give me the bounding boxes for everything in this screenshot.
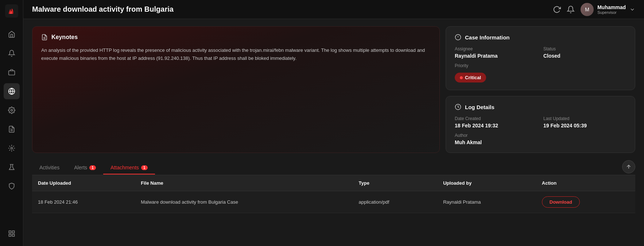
sidebar-item-grid[interactable] bbox=[4, 226, 20, 242]
upload-button[interactable] bbox=[622, 160, 635, 173]
tab-activities[interactable]: Activities bbox=[32, 161, 67, 174]
log-details-grid: Date Created 18 Feb 2024 19:32 Last Upda… bbox=[455, 116, 626, 128]
attachments-table: Date Uploaded File Name Type Uploaded by… bbox=[32, 175, 635, 213]
last-updated-value: 19 Feb 2024 05:39 bbox=[543, 123, 626, 128]
user-details: Muhammad Supervisor bbox=[597, 4, 626, 15]
attachments-table-container: Date Uploaded File Name Type Uploaded by… bbox=[32, 175, 635, 213]
priority-label: Priority bbox=[455, 63, 626, 68]
keynotes-title: Keynotes bbox=[51, 34, 78, 41]
sidebar-item-threat[interactable] bbox=[4, 178, 20, 194]
cell-uploaded-by: Raynaldi Pratama bbox=[437, 191, 536, 213]
last-updated-label: Last Updated bbox=[543, 116, 626, 121]
user-role: Supervisor bbox=[597, 10, 626, 15]
sidebar bbox=[0, 0, 23, 246]
status-label: Status bbox=[543, 46, 626, 51]
col-file-name: File Name bbox=[135, 175, 353, 191]
sidebar-item-document[interactable] bbox=[4, 121, 20, 137]
sidebar-item-notifications[interactable] bbox=[4, 45, 20, 61]
case-info-header: Case Information bbox=[455, 34, 626, 41]
keynotes-header: Keynotes bbox=[41, 34, 431, 41]
main-content: Malware download activity from Bulgaria … bbox=[23, 0, 644, 246]
chevron-down-icon bbox=[629, 7, 635, 12]
sidebar-item-settings[interactable] bbox=[4, 102, 20, 118]
priority-dot bbox=[460, 76, 463, 79]
assignee-value: Raynaldi Pratama bbox=[455, 53, 538, 59]
sidebar-item-briefcase[interactable] bbox=[4, 64, 20, 80]
col-uploaded-by: Uploaded by bbox=[437, 175, 536, 191]
last-updated-field: Last Updated 19 Feb 2024 05:39 bbox=[543, 116, 626, 128]
keynotes-text: An analysis of the provided HTTP log rev… bbox=[41, 46, 431, 62]
sidebar-item-home[interactable] bbox=[4, 26, 20, 42]
page-title: Malware download activity from Bulgaria bbox=[32, 5, 174, 14]
cell-action: Download bbox=[536, 191, 635, 213]
tabs-nav: Activities Alerts 1 Attachments 1 bbox=[32, 160, 635, 175]
priority-value: Critical bbox=[465, 75, 481, 80]
case-information-card: Case Information Assignee Raynaldi Prata… bbox=[446, 26, 635, 90]
keynotes-icon bbox=[41, 34, 48, 41]
col-type: Type bbox=[353, 175, 437, 191]
sidebar-item-gear[interactable] bbox=[4, 140, 20, 156]
alerts-badge: 1 bbox=[89, 165, 96, 170]
sidebar-bottom bbox=[4, 226, 20, 242]
table-header-row: Date Uploaded File Name Type Uploaded by… bbox=[32, 175, 635, 191]
assignee-field: Assignee Raynaldi Pratama bbox=[455, 46, 538, 59]
log-details-title: Log Details bbox=[465, 104, 494, 110]
author-label: Author bbox=[455, 133, 626, 138]
svg-point-8 bbox=[11, 147, 12, 149]
avatar: M bbox=[581, 3, 594, 16]
right-column: Case Information Assignee Raynaldi Prata… bbox=[446, 26, 635, 153]
cell-date-uploaded: 18 Feb 2024 21:46 bbox=[32, 191, 135, 213]
svg-rect-10 bbox=[12, 231, 14, 233]
topbar: Malware download activity from Bulgaria … bbox=[23, 0, 644, 19]
refresh-icon[interactable] bbox=[553, 5, 561, 14]
sidebar-item-globe[interactable] bbox=[4, 83, 20, 99]
priority-badge: Critical bbox=[455, 73, 486, 82]
col-date-uploaded: Date Uploaded bbox=[32, 175, 135, 191]
author-value: Muh Akmal bbox=[455, 139, 626, 145]
user-info[interactable]: M Muhammad Supervisor bbox=[581, 3, 635, 16]
top-section: Keynotes An analysis of the provided HTT… bbox=[32, 26, 635, 153]
content-area: Keynotes An analysis of the provided HTT… bbox=[23, 19, 644, 246]
tab-attachments[interactable]: Attachments 1 bbox=[103, 161, 155, 174]
cell-file-name: Malware download activity from Bulgaria … bbox=[135, 191, 353, 213]
attachments-badge: 1 bbox=[141, 165, 148, 170]
case-info-icon bbox=[455, 34, 461, 41]
case-info-grid: Assignee Raynaldi Pratama Status Closed bbox=[455, 46, 626, 59]
svg-rect-11 bbox=[9, 234, 11, 237]
svg-rect-1 bbox=[8, 71, 15, 75]
col-action: Action bbox=[536, 175, 635, 191]
date-created-field: Date Created 18 Feb 2024 19:32 bbox=[455, 116, 538, 128]
tabs-section: Activities Alerts 1 Attachments 1 bbox=[32, 160, 635, 213]
keynotes-card: Keynotes An analysis of the provided HTT… bbox=[32, 26, 440, 153]
cell-type: application/pdf bbox=[353, 191, 437, 213]
topbar-right: M Muhammad Supervisor bbox=[553, 3, 635, 16]
date-created-label: Date Created bbox=[455, 116, 538, 121]
svg-rect-12 bbox=[12, 234, 14, 237]
status-field: Status Closed bbox=[543, 46, 626, 59]
log-details-header: Log Details bbox=[455, 104, 626, 110]
download-button[interactable]: Download bbox=[542, 196, 580, 208]
table-row: 18 Feb 2024 21:46 Malware download activ… bbox=[32, 191, 635, 213]
log-details-icon bbox=[455, 104, 461, 110]
user-name: Muhammad bbox=[597, 4, 626, 10]
tab-alerts[interactable]: Alerts 1 bbox=[67, 161, 103, 174]
assignee-label: Assignee bbox=[455, 46, 538, 51]
bell-icon[interactable] bbox=[567, 5, 575, 14]
log-details-card: Log Details Date Created 18 Feb 2024 19:… bbox=[446, 96, 635, 153]
svg-rect-9 bbox=[9, 231, 11, 233]
sidebar-item-flask[interactable] bbox=[4, 159, 20, 175]
status-value: Closed bbox=[543, 53, 626, 59]
tabs-list: Activities Alerts 1 Attachments 1 bbox=[32, 161, 155, 174]
svg-point-5 bbox=[11, 109, 12, 111]
case-info-title: Case Information bbox=[465, 34, 510, 41]
app-logo bbox=[5, 4, 18, 18]
date-created-value: 18 Feb 2024 19:32 bbox=[455, 123, 538, 128]
priority-field: Priority Critical bbox=[455, 63, 626, 82]
author-field: Author Muh Akmal bbox=[455, 133, 626, 145]
